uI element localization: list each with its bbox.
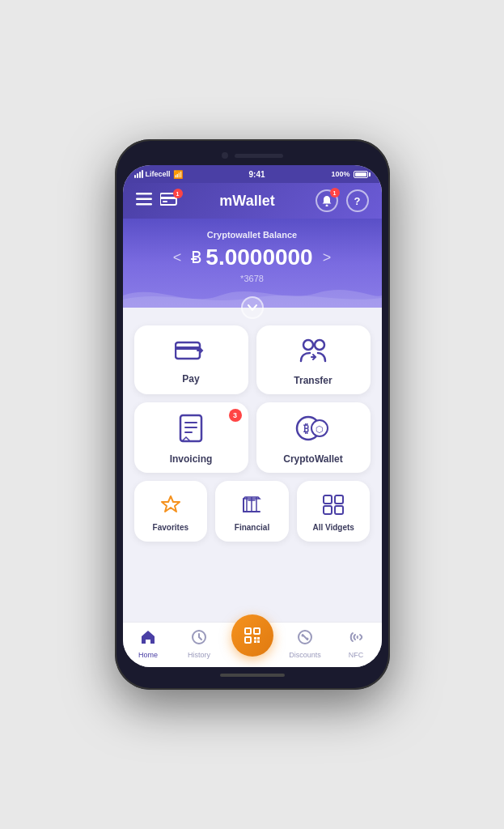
- home-icon: [140, 629, 156, 649]
- svg-rect-29: [254, 628, 260, 634]
- svg-rect-8: [176, 346, 200, 350]
- phone-bottom-bar: [123, 667, 382, 683]
- svg-rect-4: [160, 197, 176, 199]
- favorites-button[interactable]: Favorites: [134, 481, 208, 542]
- expand-button[interactable]: [241, 296, 264, 319]
- main-content: Pay Transfer: [123, 308, 382, 622]
- nav-nfc[interactable]: NFC: [331, 627, 382, 661]
- card-button[interactable]: 1: [160, 192, 180, 210]
- nav-home[interactable]: Home: [123, 627, 174, 661]
- svg-text:⬡: ⬡: [316, 424, 324, 434]
- svg-point-6: [325, 205, 328, 207]
- financial-icon: [240, 494, 263, 520]
- wifi-icon: 📶: [173, 170, 183, 179]
- currency-symbol: Ƀ: [191, 248, 202, 267]
- status-time: 9:41: [248, 170, 265, 179]
- balance-label: Cryptowallet Balance: [136, 230, 369, 240]
- phone-speaker: [235, 154, 283, 158]
- home-indicator: [220, 674, 285, 677]
- svg-text:₿: ₿: [303, 422, 309, 435]
- phone-device: Lifecell 📶 9:41 100%: [115, 139, 390, 690]
- svg-rect-5: [163, 201, 167, 202]
- balance-value: 5.0000000: [205, 244, 312, 270]
- nav-history[interactable]: History: [174, 627, 225, 661]
- menu-button[interactable]: [136, 193, 152, 209]
- all-vidgets-button[interactable]: All Vidgets: [297, 481, 371, 542]
- svg-rect-28: [245, 628, 251, 634]
- favorites-label: Favorites: [153, 523, 188, 532]
- pay-button[interactable]: Pay: [134, 325, 248, 394]
- front-camera: [222, 152, 228, 159]
- pay-label: Pay: [182, 373, 199, 385]
- header-left-icons: 1: [136, 192, 180, 210]
- transfer-icon: [297, 337, 329, 370]
- invoicing-icon: [178, 414, 204, 449]
- svg-rect-33: [254, 640, 256, 643]
- nfc-nav-label: NFC: [349, 651, 364, 659]
- balance-amount: Ƀ 5.0000000: [191, 244, 312, 270]
- balance-section: Cryptowallet Balance < Ƀ 5.0000000 > *36…: [123, 219, 382, 308]
- svg-rect-1: [136, 198, 152, 201]
- notifications-badge: 1: [330, 188, 340, 198]
- invoicing-badge: 3: [229, 409, 242, 422]
- svg-rect-31: [254, 637, 256, 640]
- svg-point-10: [315, 340, 324, 350]
- carrier-name: Lifecell: [146, 170, 171, 178]
- invoicing-button[interactable]: 3 Invoicing: [134, 402, 248, 473]
- scan-button[interactable]: [231, 614, 273, 657]
- financial-label: Financial: [235, 523, 269, 532]
- svg-rect-30: [245, 637, 251, 643]
- svg-point-9: [303, 340, 313, 350]
- pay-icon: [175, 338, 207, 368]
- home-nav-label: Home: [138, 651, 158, 659]
- status-bar: Lifecell 📶 9:41 100%: [123, 165, 382, 183]
- svg-rect-23: [324, 495, 332, 504]
- cryptowallet-label: CryptoWallet: [283, 453, 343, 465]
- svg-rect-26: [335, 506, 343, 514]
- status-left: Lifecell 📶: [134, 170, 183, 179]
- notifications-button[interactable]: 1: [316, 189, 338, 212]
- svg-rect-32: [257, 637, 260, 640]
- app-header: 1 mWallet 1 ?: [123, 183, 382, 219]
- status-right: 100%: [331, 170, 370, 178]
- battery-icon: [354, 171, 371, 178]
- prev-wallet-button[interactable]: <: [173, 249, 182, 266]
- svg-rect-34: [257, 640, 260, 643]
- transfer-button[interactable]: Transfer: [256, 325, 371, 394]
- financial-button[interactable]: Financial: [215, 481, 289, 542]
- next-wallet-button[interactable]: >: [323, 249, 332, 266]
- phone-notch: [123, 147, 382, 164]
- favorites-icon: [159, 494, 182, 520]
- discounts-nav-label: Discounts: [289, 651, 321, 659]
- svg-rect-7: [176, 342, 200, 359]
- all-vidgets-label: All Vidgets: [312, 523, 354, 532]
- history-icon: [191, 629, 207, 649]
- account-number: *3678: [136, 274, 369, 283]
- scan-icon: [243, 626, 262, 645]
- transfer-label: Transfer: [294, 375, 332, 386]
- header-right-icons: 1 ?: [316, 189, 369, 212]
- history-nav-label: History: [188, 651, 210, 659]
- svg-rect-25: [324, 506, 332, 514]
- cryptowallet-button[interactable]: ₿ ⬡ CryptoWallet: [256, 402, 371, 473]
- svg-rect-0: [136, 193, 152, 195]
- svg-point-37: [302, 635, 304, 637]
- svg-rect-24: [335, 495, 343, 504]
- phone-screen: Lifecell 📶 9:41 100%: [123, 165, 382, 667]
- svg-rect-2: [136, 203, 152, 206]
- app-title: mWallet: [219, 193, 274, 210]
- card-badge: 1: [173, 189, 183, 198]
- all-vidgets-icon: [322, 494, 345, 520]
- nav-scan[interactable]: [225, 631, 280, 658]
- nav-discounts[interactable]: Discounts: [280, 627, 331, 661]
- battery-percent: 100%: [331, 170, 349, 178]
- help-button[interactable]: ?: [346, 189, 369, 212]
- cryptowallet-icon: ₿ ⬡: [295, 414, 331, 449]
- balance-row: < Ƀ 5.0000000 >: [136, 244, 369, 270]
- svg-point-38: [307, 638, 309, 640]
- signal-icon: [134, 170, 143, 178]
- main-grid: Pay Transfer: [134, 325, 371, 473]
- nfc-icon: [348, 629, 364, 649]
- invoicing-label: Invoicing: [170, 453, 213, 465]
- bottom-navigation: Home History: [123, 622, 382, 667]
